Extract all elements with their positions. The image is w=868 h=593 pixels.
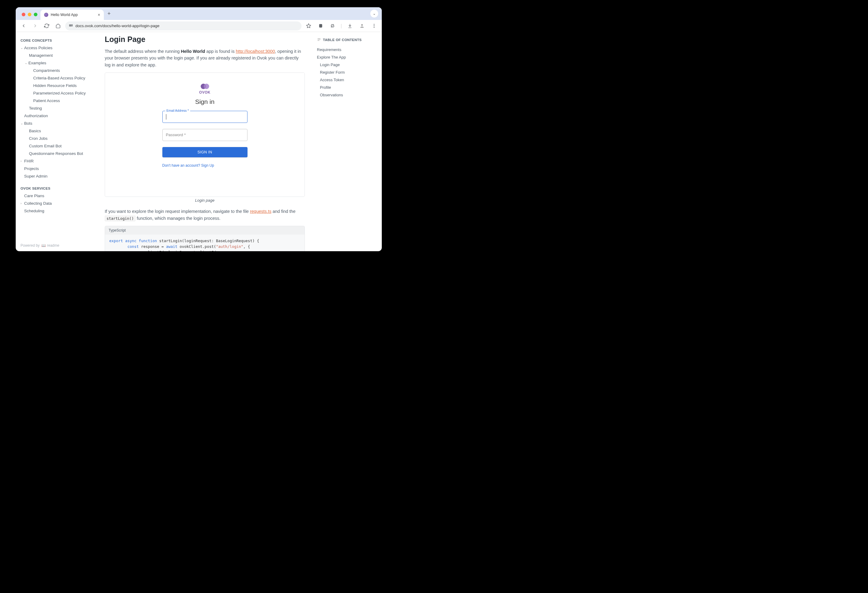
page-content: CORE CONCEPTS ⌄Access Policies Managemen… <box>16 32 382 251</box>
text-cursor <box>166 114 166 120</box>
svg-point-2 <box>72 24 72 25</box>
sidebar-item-compartments[interactable]: Compartments <box>21 67 96 74</box>
sidebar-item-criteria-based[interactable]: Criteria-Based Access Policy <box>21 74 96 82</box>
intro-paragraph: The default address where the running He… <box>105 48 305 68</box>
downloads-icon[interactable] <box>345 22 354 30</box>
main-content: Login Page The default address where the… <box>96 32 314 251</box>
password-placeholder: Password * <box>166 133 186 137</box>
sidebar-item-questionnaire-bot[interactable]: Questionnaire Responses Bot <box>21 150 96 157</box>
svg-rect-1 <box>69 26 71 26</box>
sidebar-item-authorization[interactable]: Authorization <box>21 112 96 120</box>
url-text: docs.ovok.com/docs/hello-world-app#login… <box>75 24 159 28</box>
readme-logo: 📖 readme <box>41 243 59 248</box>
ovok-logo-icon <box>201 84 209 89</box>
toc-item-requirements[interactable]: Requirements <box>317 46 377 53</box>
site-info-icon[interactable] <box>69 23 73 28</box>
browser-window: Hello World App × + ⌄ docs.ovok.com/docs… <box>16 7 382 251</box>
sidebar-item-management[interactable]: Management <box>21 52 96 59</box>
chevron-down-icon: ⌄ <box>21 46 24 50</box>
window-controls <box>19 13 40 20</box>
implementation-paragraph: If you want to explore the login request… <box>105 208 305 222</box>
localhost-link[interactable]: http://localhost:3000 <box>236 49 275 54</box>
home-button[interactable] <box>54 22 62 30</box>
svg-point-6 <box>361 24 363 26</box>
minimize-window-button[interactable] <box>28 13 31 16</box>
toc-item-login-page[interactable]: Login Page <box>317 61 377 68</box>
toc-item-profile[interactable]: Profile <box>317 84 377 91</box>
sidebar-item-parameterized[interactable]: Parameterized Access Policy <box>21 89 96 97</box>
toc-header: TABLE OF CONTENTS <box>317 37 377 42</box>
signup-link[interactable]: Don't have an account? Sign Up <box>162 163 248 167</box>
reload-button[interactable] <box>42 22 51 30</box>
toc-item-register-form[interactable]: Register Form <box>317 68 377 76</box>
sidebar-item-projects[interactable]: Projects <box>21 165 96 172</box>
sidebar-item-collecting-data[interactable]: ›Collecting Data <box>21 200 96 207</box>
svg-point-8 <box>373 25 375 26</box>
browser-toolbar: docs.ovok.com/docs/hello-world-app#login… <box>16 20 382 32</box>
sidebar-item-access-policies[interactable]: ⌄Access Policies <box>21 44 96 52</box>
sidebar: CORE CONCEPTS ⌄Access Policies Managemen… <box>16 32 96 251</box>
address-bar[interactable]: docs.ovok.com/docs/hello-world-app#login… <box>65 21 301 31</box>
close-tab-icon[interactable]: × <box>98 12 100 17</box>
sidebar-item-custom-email-bot[interactable]: Custom Email Bot <box>21 142 96 150</box>
toolbar-separator: | <box>341 23 342 29</box>
chevron-down-icon: ⌄ <box>25 61 28 65</box>
svg-rect-0 <box>69 25 71 25</box>
svg-point-9 <box>373 27 375 28</box>
table-of-contents: TABLE OF CONTENTS Requirements Explore T… <box>314 32 382 251</box>
chevron-right-icon: › <box>21 160 24 163</box>
svg-point-3 <box>72 26 72 26</box>
login-screenshot: OVOK Sign in Email Address * Password * … <box>105 72 305 197</box>
sidebar-item-scheduling[interactable]: Scheduling <box>21 207 96 215</box>
powered-by-footer[interactable]: Powered by 📖 readme <box>21 240 96 251</box>
inline-code-startlogin: startLogin() <box>105 216 136 221</box>
close-window-button[interactable] <box>22 13 25 16</box>
new-tab-button[interactable]: + <box>104 10 114 20</box>
sidebar-item-basics[interactable]: Basics <box>21 127 96 135</box>
login-form: Email Address * Password * SIGN IN Don't… <box>162 111 248 186</box>
svg-marker-4 <box>307 24 311 28</box>
browser-tab[interactable]: Hello World App × <box>40 10 104 20</box>
chevron-down-icon: ⌄ <box>21 122 24 125</box>
requests-link[interactable]: requests.ts <box>250 209 271 214</box>
sidebar-item-fhir[interactable]: ›FHIR <box>21 157 96 165</box>
profile-icon[interactable] <box>358 22 366 30</box>
svg-rect-5 <box>319 24 322 28</box>
sidebar-item-patient-access[interactable]: Patient Access <box>21 97 96 105</box>
page-heading: Login Page <box>105 35 305 44</box>
signin-button[interactable]: SIGN IN <box>162 147 248 157</box>
ovok-logo: OVOK <box>199 84 210 95</box>
password-field[interactable]: Password * <box>162 129 248 141</box>
sidebar-section-core: CORE CONCEPTS <box>21 37 96 44</box>
sidebar-item-testing[interactable]: Testing <box>21 105 96 112</box>
chevron-right-icon: › <box>21 202 24 205</box>
tab-bar: Hello World App × + ⌄ <box>16 7 382 20</box>
toc-icon <box>317 37 321 42</box>
extension-icon-1[interactable] <box>317 22 325 30</box>
toolbar-actions: | <box>304 22 378 30</box>
sidebar-item-care-plans[interactable]: Care Plans <box>21 192 96 200</box>
tab-title: Hello World App <box>51 13 78 17</box>
sidebar-item-cron-jobs[interactable]: Cron Jobs <box>21 135 96 142</box>
toc-item-explore[interactable]: Explore The App <box>317 53 377 61</box>
sidebar-item-hidden-resource[interactable]: Hidden Resource Fields <box>21 82 96 89</box>
figure-caption: Login page <box>105 198 305 203</box>
sidebar-section-services: OVOK SERVICES <box>21 185 96 192</box>
tab-overflow-button[interactable]: ⌄ <box>370 10 378 18</box>
email-field[interactable]: Email Address * <box>162 111 248 123</box>
code-language-tab[interactable]: TypeScript <box>105 226 305 235</box>
extensions-icon[interactable] <box>329 22 337 30</box>
forward-button[interactable] <box>31 22 39 30</box>
menu-icon[interactable] <box>370 22 378 30</box>
email-label: Email Address * <box>165 109 190 112</box>
sidebar-item-bots[interactable]: ⌄Bots <box>21 120 96 127</box>
maximize-window-button[interactable] <box>34 13 37 16</box>
bookmark-icon[interactable] <box>304 22 313 30</box>
code-block[interactable]: export async function startLogin(loginRe… <box>105 235 305 251</box>
tab-favicon <box>44 13 48 17</box>
sidebar-item-examples[interactable]: ⌄Examples <box>21 59 96 67</box>
toc-item-access-token[interactable]: Access Token <box>317 76 377 84</box>
toc-item-observations[interactable]: Observations <box>317 91 377 99</box>
sidebar-item-super-admin[interactable]: Super Admin <box>21 172 96 180</box>
back-button[interactable] <box>19 22 28 30</box>
